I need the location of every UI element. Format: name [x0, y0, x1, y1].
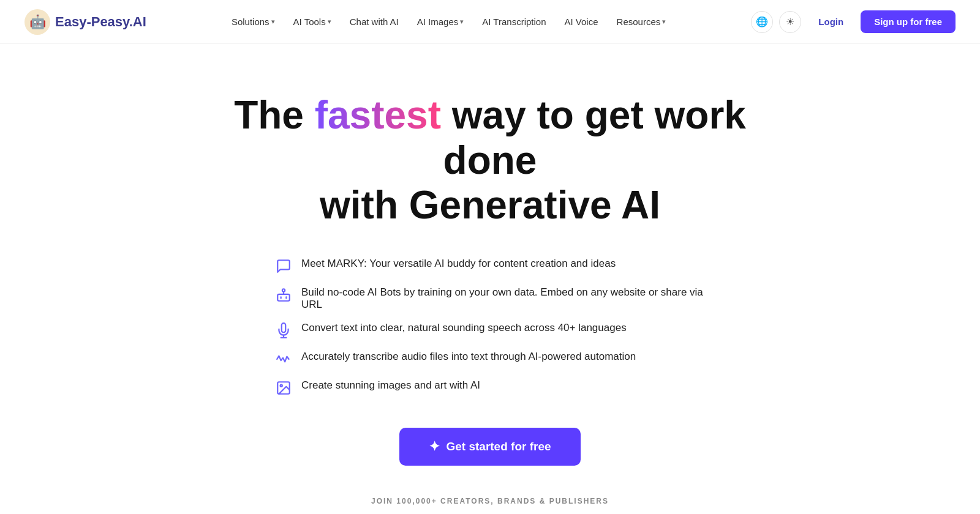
chevron-down-icon: ▾ [460, 18, 464, 26]
feature-marky: Meet MARKY: Your versatile AI buddy for … [276, 258, 616, 275]
get-started-button[interactable]: ✦ Get started for free [399, 428, 580, 466]
nav-ai-images[interactable]: AI Images ▾ [410, 12, 472, 32]
svg-point-8 [281, 384, 282, 386]
sun-icon: ☀ [786, 16, 794, 28]
nav-solutions[interactable]: Solutions ▾ [224, 12, 282, 32]
feature-bots: Build no-code AI Bots by training on you… [276, 286, 704, 311]
hero-section: The fastest way to get work donewith Gen… [0, 44, 980, 514]
nav-ai-voice[interactable]: AI Voice [557, 12, 606, 32]
audio-wave-icon [276, 351, 293, 368]
nav-links: Solutions ▾ AI Tools ▾ Chat with AI AI I… [224, 12, 673, 32]
globe-icon-button[interactable]: 🌐 [751, 11, 773, 33]
microphone-icon [276, 322, 293, 340]
signup-button[interactable]: Sign up for free [861, 10, 956, 33]
nav-ai-tools[interactable]: AI Tools ▾ [286, 12, 339, 32]
svg-rect-0 [277, 294, 290, 301]
nav-resources[interactable]: Resources ▾ [609, 12, 674, 32]
feature-tts: Convert text into clear, natural soundin… [276, 322, 627, 340]
navbar: 🤖 Easy-Peasy.AI Solutions ▾ AI Tools ▾ C… [0, 0, 980, 44]
features-list: Meet MARKY: Your versatile AI buddy for … [276, 258, 704, 397]
chevron-down-icon: ▾ [271, 18, 275, 26]
logo[interactable]: 🤖 Easy-Peasy.AI [24, 9, 146, 35]
nav-chat-with-ai[interactable]: Chat with AI [342, 12, 406, 32]
feature-images: Create stunning images and art with AI [276, 379, 480, 397]
globe-icon: 🌐 [756, 16, 768, 28]
bottom-banner: JOIN 100,000+ CREATORS, BRANDS & PUBLISH… [0, 488, 980, 514]
sparkle-icon: ✦ [429, 439, 440, 455]
logo-icon: 🤖 [24, 9, 50, 35]
hero-highlight: fastest [315, 93, 441, 137]
nav-actions: 🌐 ☀ Login Sign up for free [751, 10, 956, 33]
theme-toggle-button[interactable]: ☀ [779, 11, 801, 33]
chevron-down-icon: ▾ [328, 18, 331, 26]
login-button[interactable]: Login [807, 12, 854, 32]
chat-icon [276, 258, 293, 275]
logo-emoji: 🤖 [29, 14, 46, 30]
chevron-down-icon: ▾ [662, 18, 666, 26]
logo-text: Easy-Peasy.AI [55, 14, 146, 30]
image-icon [276, 380, 293, 397]
nav-ai-transcription[interactable]: AI Transcription [475, 12, 553, 32]
feature-transcription: Accurately transcribe audio files into t… [276, 351, 636, 368]
hero-title: The fastest way to get work donewith Gen… [214, 93, 766, 228]
bot-icon [276, 287, 293, 304]
